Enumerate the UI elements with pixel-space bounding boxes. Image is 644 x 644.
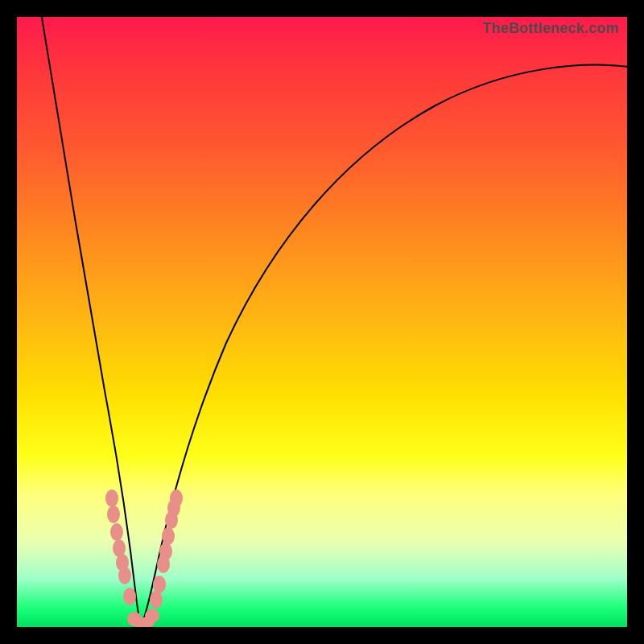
curve-right-branch xyxy=(141,65,627,626)
marker-dot xyxy=(118,567,131,584)
marker-dot xyxy=(110,523,123,541)
marker-dot xyxy=(107,506,120,523)
chart-frame: TheBottleneck.com xyxy=(0,0,644,644)
marker-dot xyxy=(150,591,163,609)
chart-svg xyxy=(17,17,627,627)
marker-dot xyxy=(105,489,118,507)
marker-dot xyxy=(153,576,166,593)
marker-dot xyxy=(162,527,175,545)
plot-area: TheBottleneck.com xyxy=(17,17,627,627)
marker-group xyxy=(105,489,183,627)
marker-dot xyxy=(123,588,136,605)
marker-dot xyxy=(145,609,159,623)
marker-dot xyxy=(159,543,172,560)
curve-left-branch xyxy=(41,17,141,626)
marker-dot xyxy=(170,489,183,507)
